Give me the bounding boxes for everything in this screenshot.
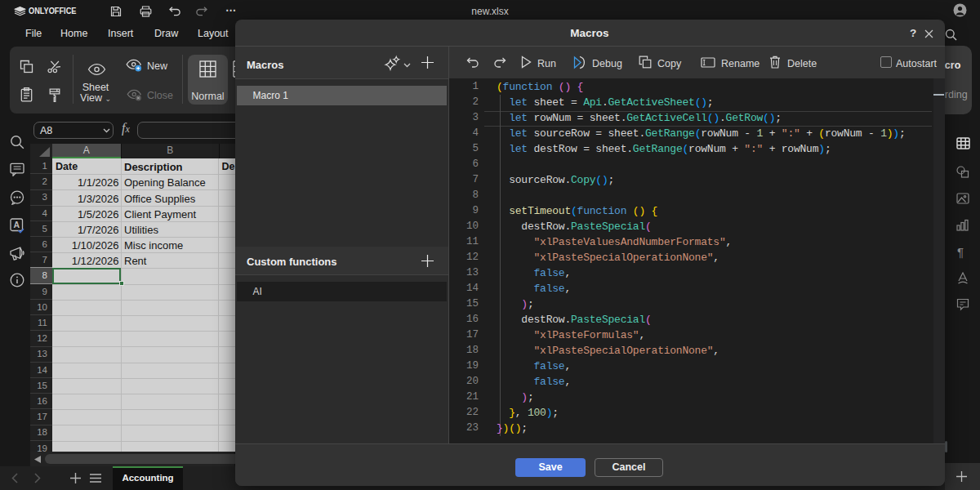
svg-text:A: A: [13, 220, 20, 229]
